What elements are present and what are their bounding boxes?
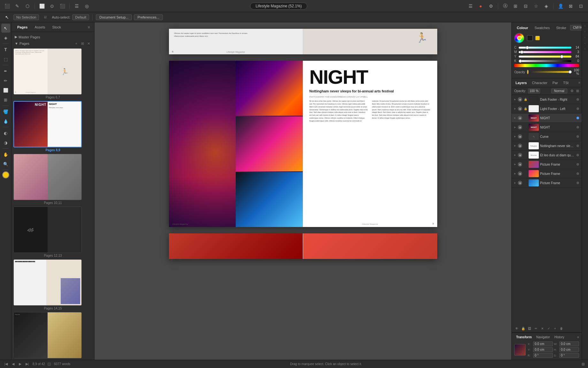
- canvas-area[interactable]: Ultrices dui sapien eget mi proin vestib…: [95, 22, 511, 360]
- strip-btn-1[interactable]: ‹: [583, 24, 587, 28]
- layer-item-leo[interactable]: ▶ ◉ Et leo duis Et leo duis ut diam quam: [512, 151, 582, 160]
- transform-tab-transform[interactable]: Transform: [514, 335, 534, 340]
- tool-icon-5[interactable]: ◎: [82, 2, 91, 11]
- toolbar-icon-profile[interactable]: ⊡: [577, 2, 585, 11]
- layer-icon-image[interactable]: 🖼: [527, 326, 532, 331]
- zoom-icon[interactable]: ⊞: [582, 362, 585, 366]
- text-tool[interactable]: T: [1, 45, 10, 54]
- layer-visibility-9[interactable]: ◉: [518, 171, 522, 176]
- toolbar-icon-b[interactable]: ⊞: [511, 2, 520, 11]
- toolbar-icon-user[interactable]: ⊠: [566, 2, 575, 11]
- toolbar-icon-settings[interactable]: ⚙: [486, 2, 495, 11]
- node-tool[interactable]: ◈: [1, 33, 10, 42]
- pencil-tool[interactable]: ✏: [1, 76, 10, 85]
- layer-icon-pencil[interactable]: ✏: [533, 326, 538, 331]
- layer-item-picture-3[interactable]: ▶ ◉ Picture Frame: [512, 178, 582, 188]
- layers-panel-menu[interactable]: ≡: [578, 81, 580, 84]
- layer-visibility-3[interactable]: ◉: [518, 116, 522, 120]
- strip-btn-2[interactable]: ‹: [583, 29, 587, 34]
- pen-tool[interactable]: ✒: [1, 67, 10, 75]
- select-tool[interactable]: ↖: [1, 24, 10, 33]
- nav-prev-btn[interactable]: ◀: [10, 361, 16, 367]
- opacity-slider[interactable]: [531, 71, 572, 73]
- colour-swatch-black[interactable]: [527, 35, 533, 41]
- page-pair-1011[interactable]: Pages 10,11: [13, 154, 92, 205]
- layers-tab-layers[interactable]: Layers: [513, 80, 529, 85]
- toolbar-icon-e[interactable]: ◈: [542, 2, 551, 11]
- layer-item-picture-1[interactable]: ▶ ◉ Picture Frame: [512, 160, 582, 169]
- blend-mode-select[interactable]: Normal: [551, 89, 567, 93]
- toolbar-icon-c[interactable]: ⊟: [521, 2, 530, 11]
- strip-btn-5[interactable]: ‹: [583, 47, 587, 51]
- toolbar-icon-a[interactable]: Ⓐ: [501, 2, 510, 11]
- spectrum-bar[interactable]: [514, 64, 579, 67]
- layers-options-icon[interactable]: ⊞: [576, 89, 579, 93]
- layer-visibility-1[interactable]: ◉: [518, 97, 522, 102]
- cursor-tool[interactable]: ↖: [3, 13, 11, 22]
- page-pair-1415[interactable]: ████ ██████ ████████ ██████ ████ Pages 1…: [13, 259, 92, 311]
- toolbar-icon-d[interactable]: ☆: [531, 2, 540, 11]
- layer-icon-x[interactable]: ✕: [540, 326, 545, 331]
- app-icon-2[interactable]: ✎: [13, 2, 22, 11]
- frame-tool[interactable]: ⬚: [1, 55, 10, 64]
- cmyk-slider-y[interactable]: [519, 56, 571, 58]
- strip-btn-3[interactable]: ‹: [583, 35, 587, 40]
- gradient-tool[interactable]: ◐: [1, 129, 10, 137]
- layer-lock-2[interactable]: 🔒: [523, 107, 527, 111]
- toolbar-icon-share[interactable]: 👤: [556, 2, 565, 11]
- tab-pages[interactable]: Pages: [14, 24, 31, 30]
- layer-icon-del[interactable]: 🗑: [559, 326, 564, 331]
- page-pair-89[interactable]: NIGHT NIGHT Nottingham never sleeps Page…: [13, 101, 92, 153]
- layer-visibility-2[interactable]: ◉: [518, 106, 522, 111]
- tab-assets[interactable]: Assets: [31, 24, 48, 30]
- preferences-button[interactable]: Preferences...: [134, 14, 163, 20]
- layer-item-picture-2[interactable]: ▶ ◉ Picture Frame: [512, 169, 582, 178]
- panel-action-list[interactable]: ≡: [86, 24, 92, 30]
- pages-delete-btn[interactable]: ✕: [86, 41, 91, 46]
- layer-icon-add[interactable]: +: [553, 326, 558, 331]
- fill-tool[interactable]: 🪣: [1, 107, 10, 116]
- layer-item-curve[interactable]: ▶ ◉ ∿ Curve: [512, 132, 582, 141]
- layer-visibility-6[interactable]: ◉: [518, 144, 522, 148]
- transform-panel-menu[interactable]: ≡: [577, 335, 579, 339]
- layers-tab-character[interactable]: Character: [529, 80, 550, 85]
- shape-tool[interactable]: ⬜: [1, 86, 10, 95]
- master-pages-header[interactable]: ▶ Master Pages: [13, 34, 92, 40]
- colour-tab-colour[interactable]: Colour: [514, 25, 531, 30]
- layer-icon-check[interactable]: ✓: [546, 326, 551, 331]
- colour-tab-stroke[interactable]: Stroke: [554, 25, 569, 30]
- page-pair-67[interactable]: Ultrices dui sapien eget mi proin vestib…: [13, 48, 92, 100]
- nav-first-btn[interactable]: |◀: [3, 361, 9, 367]
- layers-tab-tst[interactable]: TSt: [561, 80, 571, 85]
- layer-visibility-4[interactable]: ◉: [518, 125, 522, 129]
- app-icon-3[interactable]: ⬡: [23, 2, 32, 11]
- color-fill-swatch[interactable]: [2, 171, 9, 178]
- colour-tab-swatches[interactable]: Swatches: [532, 25, 552, 30]
- colour-swatch-yellow[interactable]: [535, 36, 540, 40]
- layer-item-nottingham[interactable]: ▶ ◉ Nottingham Nottingham never sleeps f: [512, 141, 582, 151]
- crop-tool[interactable]: ⊞: [1, 95, 10, 104]
- pages-group-header[interactable]: ▼ Pages + ⊞ ✕: [13, 40, 92, 47]
- toolbar-icon-red[interactable]: ●: [476, 2, 485, 11]
- toolbar-icon-view[interactable]: ☰: [466, 2, 475, 11]
- transform-tab-history[interactable]: History: [553, 335, 566, 340]
- layer-visibility-8[interactable]: ◉: [518, 162, 522, 167]
- hand-tool[interactable]: ✋: [1, 150, 10, 159]
- pages-grid-btn[interactable]: ⊞: [80, 41, 85, 46]
- layer-lock-1[interactable]: 🔒: [523, 98, 527, 101]
- autoselect-checkbox[interactable]: ☑: [41, 13, 50, 22]
- tab-stock[interactable]: Stock: [49, 24, 64, 30]
- nav-play-btn[interactable]: ▶: [17, 361, 23, 367]
- layer-icon-lock[interactable]: 🔒: [521, 326, 526, 331]
- zoom-tool[interactable]: 🔍: [1, 160, 10, 168]
- cmyk-slider-k[interactable]: [519, 60, 571, 62]
- transform-tab-navigator[interactable]: Navigator: [534, 335, 552, 340]
- tool-icon-2[interactable]: ⊙: [48, 2, 57, 11]
- tool-icon-4[interactable]: ☰: [72, 2, 81, 11]
- strip-btn-4[interactable]: ‹: [583, 41, 587, 45]
- eyedropper-tool[interactable]: 💧: [1, 117, 10, 126]
- page-pair-1213[interactable]: 🏎 Pages 12,13: [13, 207, 92, 258]
- layer-visibility-10[interactable]: ◉: [518, 181, 522, 185]
- cmyk-slider-c[interactable]: [519, 47, 571, 49]
- layer-visibility-5[interactable]: ◉: [518, 134, 522, 139]
